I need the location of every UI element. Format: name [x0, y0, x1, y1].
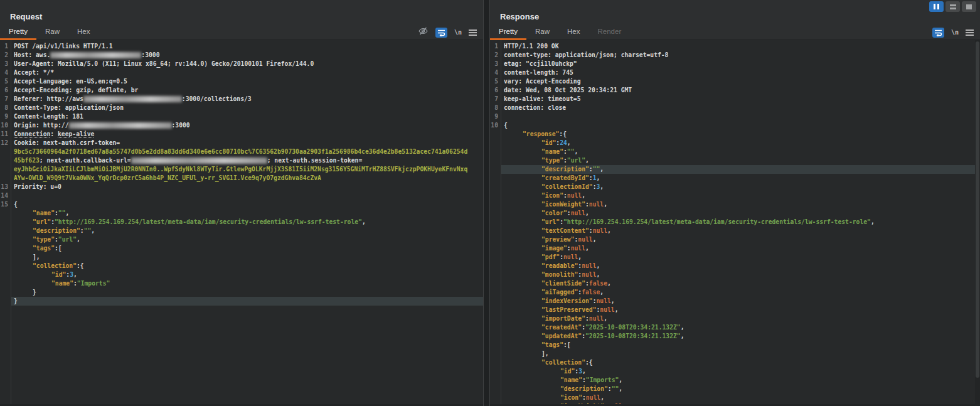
line-number [0, 288, 11, 297]
code-line: "name":"", [490, 147, 975, 156]
line-number: 13 [0, 183, 11, 191]
code-line: "tags":[ [0, 244, 483, 253]
code-line: 13Priority: u=0 [0, 183, 483, 191]
code-line: 2content-type: application/json; charset… [490, 51, 975, 60]
layout-rows-button[interactable] [945, 1, 960, 12]
code-line: "collection":{ [490, 358, 975, 367]
code-line: 7keep-alive: timeout=5 [490, 95, 975, 104]
code-line: ], [0, 253, 483, 262]
line-number: 9 [0, 112, 11, 121]
line-number: 5 [0, 77, 11, 86]
word-wrap-icon[interactable] [932, 28, 944, 38]
code-line: 2Host: aws.:3000 [0, 51, 483, 60]
tab-pretty[interactable]: Pretty [0, 25, 36, 40]
newline-toggle[interactable]: \n [951, 29, 959, 36]
line-number [490, 244, 501, 253]
tab-raw[interactable]: Raw [36, 25, 68, 40]
menu-icon[interactable] [966, 32, 974, 33]
code-line: "color":null, [490, 209, 975, 218]
code-line: 1POST /api/v1/links HTTP/1.1 [0, 42, 483, 51]
line-number [0, 253, 11, 262]
tab-raw[interactable]: Raw [526, 25, 558, 40]
line-number [0, 297, 11, 306]
line-number: 7 [0, 95, 11, 104]
code-line: "type":"url", [0, 235, 483, 244]
tab-pretty[interactable]: Pretty [490, 25, 526, 40]
response-tab-bar: PrettyRawHexRender \n [490, 25, 980, 40]
code-line: ], [490, 350, 975, 358]
pause-icon [934, 4, 935, 9]
code-line: "importDate":null, [490, 314, 975, 323]
code-line: "name":"Imports" [0, 279, 483, 288]
word-wrap-icon[interactable] [435, 28, 447, 38]
line-number: 15 [0, 200, 11, 209]
response-toolbar: \n [932, 25, 980, 40]
request-code-area: 1POST /api/v1/links HTTP/1.12Host: aws.:… [0, 40, 483, 406]
line-number [490, 288, 501, 297]
line-number [490, 130, 501, 139]
code-line: 8connection: close [490, 104, 975, 112]
request-editor[interactable]: 1POST /api/v1/links HTTP/1.12Host: aws.:… [0, 40, 483, 406]
code-line: 8Content-Type: application/json [0, 104, 483, 112]
code-line: "url":"http://169.254.169.254/latest/met… [0, 218, 483, 227]
newline-toggle[interactable]: \n [454, 29, 462, 36]
line-number [0, 279, 11, 288]
line-number [490, 297, 501, 306]
line-number: 8 [0, 104, 11, 112]
code-line: 9bc5c73660964a2f0718ed67a8a55747d0b5e2dd… [0, 147, 483, 156]
line-number [0, 270, 11, 279]
line-number [490, 235, 501, 244]
code-line: "textContent":null, [490, 227, 975, 235]
response-panel: Response PrettyRawHexRender \n 1HTTP/1.1… [490, 0, 980, 406]
response-vscroll-thumb[interactable] [976, 41, 979, 378]
redacted-text [83, 96, 182, 102]
code-line: "monolith":null, [490, 270, 975, 279]
code-line: 6Accept-Encoding: gzip, deflate, br [0, 86, 483, 95]
response-panel-header: Response [490, 0, 980, 25]
code-line: "description":"", [0, 227, 483, 235]
code-line: "iconWeight":null, [490, 200, 975, 209]
line-number [0, 235, 11, 244]
page-title: Response [500, 12, 539, 21]
code-line: 4Accept: */* [0, 68, 483, 77]
line-number [0, 244, 11, 253]
code-line: 9 [490, 112, 975, 121]
line-number [490, 385, 501, 393]
tab-hex[interactable]: Hex [558, 25, 589, 40]
menu-icon[interactable] [469, 32, 477, 33]
line-number [490, 270, 501, 279]
code-line: 12Cookie: next-auth.csrf-token= [0, 139, 483, 147]
redacted-text [50, 52, 141, 58]
response-vscrollbar[interactable] [975, 40, 980, 406]
tab-hex[interactable]: Hex [68, 25, 99, 40]
code-line: 11Connection: keep-alive [0, 130, 483, 139]
line-number [0, 156, 11, 165]
line-number [490, 191, 501, 200]
code-line: "id":3, [490, 367, 975, 376]
code-line: "description":"", [490, 165, 975, 174]
layout-tabs-button[interactable] [962, 1, 976, 12]
request-tab-bar: PrettyRawHex \n [0, 25, 483, 40]
code-line: "clientSide":false, [490, 279, 975, 288]
code-line: "createdAt":"2025-10-08T20:34:21.132Z", [490, 323, 975, 332]
code-line: "lastPreserved":null, [490, 306, 975, 314]
layout-columns-button[interactable] [929, 1, 944, 12]
hide-eye-icon[interactable] [418, 26, 429, 38]
response-gutter-separator [501, 40, 501, 406]
code-line: "indexVersion":null, [490, 297, 975, 306]
request-gutter-separator [11, 40, 11, 406]
line-number [490, 165, 501, 174]
line-number: 10 [490, 121, 501, 130]
response-editor[interactable]: 1HTTP/1.1 200 OK2content-type: applicati… [490, 40, 980, 406]
panel-divider[interactable] [483, 0, 490, 406]
code-line: 7Referer: http://aws:3000/collections/3 [0, 95, 483, 104]
line-number [490, 147, 501, 156]
response-tabs: PrettyRawHexRender [490, 25, 630, 40]
line-number [490, 314, 501, 323]
line-number [490, 253, 501, 262]
code-line: "collection":{ [0, 262, 483, 270]
line-number [490, 358, 501, 367]
line-number [490, 209, 501, 218]
code-line: 4content-length: 745 [490, 68, 975, 77]
line-number [490, 174, 501, 183]
